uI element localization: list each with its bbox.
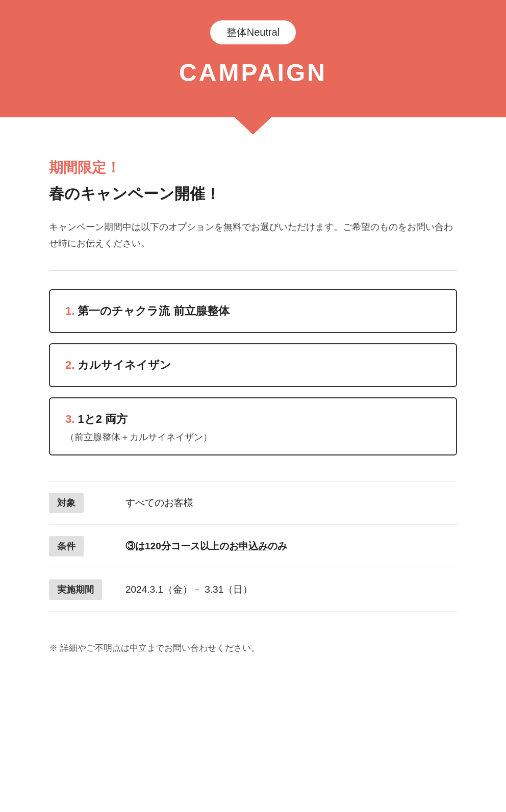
option-3-subtitle: （前立腺整体＋カルサイネイザン）	[65, 431, 441, 443]
info-label-target: 対象	[49, 481, 115, 524]
header-section: 整体Neutral CAMPAIGN	[0, 0, 506, 117]
info-badge-condition: 条件	[49, 536, 84, 556]
info-value-target: すべてのお客様	[115, 481, 457, 524]
option-box-2: 2. カルサイネイザン	[49, 343, 457, 387]
info-label-condition: 条件	[49, 524, 115, 568]
section-description: キャンペーン期間中は以下のオプションを無料でお選びいただけます。ご希望のものをお…	[49, 219, 457, 252]
condition-suffix: のみ	[268, 541, 287, 551]
info-row-target: 対象 すべてのお客様	[49, 481, 457, 524]
option-2-number: 2.	[65, 359, 78, 371]
condition-circle: ③は120分コース以上の	[125, 541, 229, 551]
info-badge-target: 対象	[49, 493, 84, 513]
option-box-1: 1. 第一のチャクラ流 前立腺整体	[49, 289, 457, 333]
section-title: 春のキャンペーン開催！	[49, 184, 457, 205]
options-container: 1. 第一のチャクラ流 前立腺整体 2. カルサイネイザン 3. 1と2 両方 …	[49, 289, 457, 455]
condition-bold: お申込み	[229, 541, 268, 551]
option-3-text: 1と2 両方	[78, 413, 128, 425]
option-2-text: カルサイネイザン	[78, 359, 171, 371]
info-value-condition: ③は120分コース以上のお申込みのみ	[115, 524, 457, 568]
section-label: 期間限定！	[49, 158, 457, 177]
info-row-period: 実施期間 2024.3.1（金）－ 3.31（日）	[49, 568, 457, 611]
option-1-number: 1.	[65, 304, 78, 317]
info-value-period: 2024.3.1（金）－ 3.31（日）	[115, 568, 457, 611]
header-badge: 整体Neutral	[210, 20, 296, 44]
header-triangle-decoration	[234, 116, 272, 135]
header-title: CAMPAIGN	[179, 59, 327, 87]
option-box-3: 3. 1と2 両方 （前立腺整体＋カルサイネイザン）	[49, 397, 457, 455]
info-table: 対象 すべてのお客様 条件 ③は120分コース以上のお申込みのみ 実施期間	[49, 481, 457, 612]
divider	[49, 270, 457, 271]
option-3-number: 3.	[65, 413, 78, 425]
info-label-period: 実施期間	[49, 568, 115, 611]
option-1-text: 第一のチャクラ流 前立腺整体	[78, 304, 229, 317]
main-content: 期間限定！ 春のキャンペーン開催！ キャンペーン期間中は以下のオプションを無料で…	[0, 117, 506, 684]
info-row-condition: 条件 ③は120分コース以上のお申込みのみ	[49, 524, 457, 568]
footer-note: ※ 詳細やご不明点は中立までお問い合わせください。	[49, 632, 457, 654]
page-wrapper: 整体Neutral CAMPAIGN 期間限定！ 春のキャンペーン開催！ キャン…	[0, 0, 506, 812]
info-badge-period: 実施期間	[49, 579, 102, 600]
